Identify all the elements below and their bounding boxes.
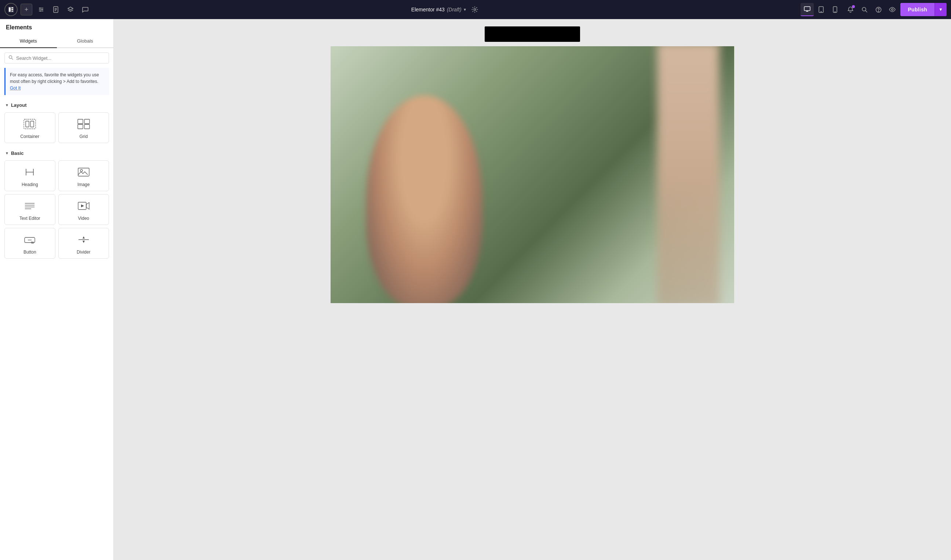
svg-marker-52 xyxy=(83,236,85,238)
svg-rect-36 xyxy=(78,125,83,129)
customize-icon[interactable] xyxy=(35,4,47,15)
basic-collapse-icon: ▼ xyxy=(5,151,9,155)
svg-rect-35 xyxy=(85,119,89,124)
elementor-logo[interactable] xyxy=(5,3,18,16)
notifications-icon[interactable] xyxy=(845,4,856,15)
main-layout: Elements Widgets Globals For easy access… xyxy=(0,19,951,560)
container-icon xyxy=(23,118,36,131)
widget-divider[interactable]: Divider xyxy=(58,228,109,259)
svg-line-25 xyxy=(865,11,867,12)
text-editor-icon xyxy=(23,200,36,213)
notification-dot xyxy=(852,5,855,8)
search-widget-input[interactable] xyxy=(16,55,105,61)
topbar-right: Publish ▼ xyxy=(845,3,946,16)
layers-icon[interactable] xyxy=(65,4,76,15)
layout-section-heading[interactable]: ▼ Layout xyxy=(0,100,113,111)
text-editor-label: Text Editor xyxy=(20,216,40,221)
tablet-view-button[interactable] xyxy=(814,3,828,16)
tip-box: For easy access, favorite the widgets yo… xyxy=(5,68,109,95)
svg-point-23 xyxy=(835,12,836,12)
container-label: Container xyxy=(20,134,39,139)
svg-rect-1 xyxy=(9,7,11,12)
svg-rect-2 xyxy=(11,7,13,8)
svg-rect-34 xyxy=(78,119,83,124)
grid-icon xyxy=(77,118,90,131)
search-widget-box[interactable] xyxy=(5,52,109,63)
button-label: Button xyxy=(23,249,36,255)
video-icon xyxy=(77,200,90,213)
button-icon xyxy=(23,234,36,247)
svg-marker-15 xyxy=(68,7,73,10)
search-widget-icon xyxy=(8,55,13,61)
title-dropdown-icon[interactable]: ▾ xyxy=(464,7,466,12)
svg-point-42 xyxy=(80,169,83,172)
tab-globals[interactable]: Globals xyxy=(57,34,114,48)
publish-button[interactable]: Publish xyxy=(900,3,934,16)
mobile-view-button[interactable] xyxy=(828,3,842,16)
svg-point-28 xyxy=(891,9,893,11)
publish-dropdown-button[interactable]: ▼ xyxy=(934,3,946,16)
tip-text: For easy access, favorite the widgets yo… xyxy=(10,72,99,84)
widget-container[interactable]: Container xyxy=(5,112,55,143)
image-icon xyxy=(77,167,90,179)
divider-icon xyxy=(77,234,90,247)
layout-widget-grid: Container Grid xyxy=(0,111,113,148)
basic-section-heading[interactable]: ▼ Basic xyxy=(0,148,113,159)
topbar: + Elementor #43 xyxy=(0,0,951,19)
widget-video[interactable]: Video xyxy=(58,194,109,225)
publish-button-group: Publish ▼ xyxy=(900,3,946,16)
svg-point-8 xyxy=(40,8,41,9)
page-title-text: Elementor #43 xyxy=(411,7,445,12)
sidebar-title: Elements xyxy=(0,19,113,31)
tab-widgets[interactable]: Widgets xyxy=(0,34,57,48)
svg-point-29 xyxy=(9,56,12,59)
canvas-page[interactable] xyxy=(331,46,734,303)
document-icon[interactable] xyxy=(50,4,62,15)
svg-point-10 xyxy=(40,11,41,12)
svg-rect-32 xyxy=(26,121,29,127)
svg-marker-48 xyxy=(81,205,84,207)
draft-label: (Draft) xyxy=(447,7,462,12)
page-title-display: Elementor #43 (Draft) ▾ xyxy=(411,7,466,12)
svg-rect-4 xyxy=(11,11,13,12)
grid-label: Grid xyxy=(79,134,88,139)
widget-text-editor[interactable]: Text Editor xyxy=(5,194,55,225)
widget-heading[interactable]: Heading xyxy=(5,160,55,191)
widget-grid[interactable]: Grid xyxy=(58,112,109,143)
divider-label: Divider xyxy=(77,249,90,255)
image-label: Image xyxy=(77,182,89,187)
device-switcher xyxy=(800,3,842,16)
svg-line-30 xyxy=(12,58,13,60)
desktop-view-button[interactable] xyxy=(800,3,814,16)
canvas-area xyxy=(114,19,951,560)
svg-point-16 xyxy=(474,9,476,11)
svg-rect-17 xyxy=(804,7,810,11)
heading-label: Heading xyxy=(22,182,38,187)
widget-button[interactable]: Button xyxy=(5,228,55,259)
search-icon[interactable] xyxy=(859,4,870,15)
svg-rect-41 xyxy=(78,168,89,176)
preview-icon[interactable] xyxy=(886,4,898,15)
help-icon[interactable] xyxy=(873,4,884,15)
comments-icon[interactable] xyxy=(79,4,91,15)
svg-rect-3 xyxy=(11,9,13,10)
elements-sidebar: Elements Widgets Globals For easy access… xyxy=(0,19,114,560)
topbar-center: Elementor #43 (Draft) ▾ xyxy=(94,4,798,15)
svg-point-21 xyxy=(821,11,822,12)
svg-rect-37 xyxy=(85,125,89,129)
basic-widget-grid: Heading Image xyxy=(0,159,113,263)
sidebar-tabs: Widgets Globals xyxy=(0,34,113,48)
basic-section-label: Basic xyxy=(11,151,24,156)
add-element-button[interactable]: + xyxy=(20,4,32,15)
widget-image[interactable]: Image xyxy=(58,160,109,191)
svg-marker-53 xyxy=(83,241,85,243)
layout-section-label: Layout xyxy=(11,102,27,108)
svg-point-9 xyxy=(42,9,43,10)
canvas-background-image xyxy=(331,46,734,303)
canvas-black-bar xyxy=(485,26,580,42)
layout-collapse-icon: ▼ xyxy=(5,103,9,107)
heading-icon xyxy=(23,167,36,179)
got-it-link[interactable]: Got It xyxy=(10,86,20,91)
page-settings-icon[interactable] xyxy=(469,4,481,15)
svg-rect-33 xyxy=(31,121,34,127)
